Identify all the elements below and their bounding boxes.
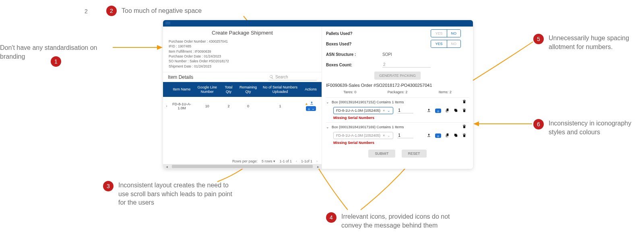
box-2-chip-clear-icon[interactable]: ×	[383, 133, 385, 137]
th-total: Total Qty	[221, 82, 236, 97]
box-2-error: Missing Serial Numbers	[326, 140, 469, 145]
annotation-2: 2 Too much of negative space	[106, 6, 202, 16]
row-asn: ASN Structure : SOPI	[326, 49, 469, 60]
box-1-copy-icon[interactable]	[445, 108, 450, 113]
cell-remain: 0	[236, 97, 260, 115]
box-1-chip-clear-icon[interactable]: ×	[383, 109, 385, 113]
upload-icon[interactable]	[310, 101, 314, 106]
box-1-body: FD-8-1U-A-1.0M (1052405) × ⌄	[326, 105, 469, 115]
asn-label: ASN Structure :	[326, 52, 382, 57]
box-2-copy-icon[interactable]	[445, 133, 450, 138]
box-2-qty-input[interactable]	[397, 133, 413, 138]
search-placeholder: Search	[275, 75, 288, 79]
app-topbar	[163, 20, 473, 27]
box-2-trash-icon[interactable]	[462, 133, 466, 138]
badge-5: 5	[533, 34, 544, 44]
so-label: SO Number :	[169, 59, 189, 63]
download-pill-caret: ⌄	[312, 107, 315, 111]
download-pill[interactable]: ⌄	[306, 106, 316, 111]
box-1: ⌄ Box (00013918419017152) Contains 1 Ite…	[326, 97, 469, 122]
boxes-count-input[interactable]	[382, 62, 431, 68]
box-1-duplicate-icon[interactable]	[454, 108, 458, 113]
ifid-label: IFID :	[169, 44, 177, 48]
scroll-left-icon[interactable]: ◂	[163, 164, 170, 169]
submit-button[interactable]: SUBMIT	[368, 150, 395, 158]
pallets-no[interactable]: NO	[447, 30, 461, 37]
box-1-upload-icon[interactable]	[427, 108, 431, 113]
th-name: Item Name	[170, 82, 193, 97]
horizontal-scrollbar[interactable]: ◂ ▸	[163, 164, 322, 169]
cell-gln: 10	[193, 97, 221, 115]
box-2-chip-caret-icon[interactable]: ⌄	[387, 133, 390, 137]
scroll-right-icon[interactable]: ▸	[314, 164, 322, 169]
box-1-item-chip[interactable]: FD-8-1U-A-1.0M (1052405) × ⌄	[333, 107, 393, 114]
cell-actions: ▲ ⌄	[300, 97, 322, 115]
boxes-toggle[interactable]: YES NO	[431, 40, 461, 48]
ship-value: 01/24/2023	[194, 64, 211, 68]
expand-row-icon[interactable]: ›	[166, 104, 167, 108]
app-window: Create Package Shipment Purchase Order N…	[163, 20, 473, 169]
pager-counter-1: 1-1 of 1	[279, 159, 292, 163]
pallets-yes[interactable]: YES	[431, 30, 446, 37]
box-2-duplicate-icon[interactable]	[454, 133, 458, 138]
box-2-download-pill[interactable]	[435, 133, 441, 138]
po-label: Purchase Order Number :	[169, 39, 208, 43]
pallets-toggle[interactable]: YES NO	[431, 29, 461, 37]
box-2-delete-icon[interactable]	[462, 124, 466, 129]
box-1-title: Box (00013918419017152) Contains 1 Items	[332, 100, 404, 104]
so-value: Sales Order #SO2018172	[190, 59, 229, 63]
footer-buttons: SUBMIT RESET	[326, 147, 469, 159]
asn-value: SOPI	[382, 52, 392, 57]
row-pallets: Pallets Used? YES NO	[326, 28, 469, 39]
box-1-chip-caret-icon[interactable]: ⌄	[387, 109, 390, 113]
reset-button[interactable]: RESET	[402, 150, 427, 158]
th-serials: No of Serial Numbers Uploaded	[260, 82, 300, 97]
podate-label: Purchase Order Date :	[169, 54, 203, 58]
boxes-label: Boxes Used?	[326, 42, 382, 46]
box-1-trash-icon[interactable]	[462, 108, 466, 113]
box-2-chip-text: FD-8-1U-A-1.0M (1052405)	[336, 133, 380, 137]
search-input-wrap[interactable]: Search	[268, 74, 317, 80]
box-2: ⌄ Box (00013918419017169) Contains 1 Ite…	[326, 122, 469, 147]
summary-tares: Tares: 0	[326, 90, 374, 94]
table-row: › FD-8-1U-A-1.0M 10 2 0 1 ▲	[163, 97, 322, 115]
summary-items: Items: 2	[421, 90, 469, 94]
bundle-title: IF0090639-Sales Order #SO2018172-PO43002…	[326, 82, 469, 89]
box-1-qty-input[interactable]	[397, 108, 413, 113]
box-1-download-pill[interactable]	[435, 109, 441, 113]
annotation-4: 4 Irrelevant icons, provided icons do no…	[326, 212, 454, 230]
annotation-2-text: Too much of negative space	[122, 6, 202, 15]
boxes-yes[interactable]: YES	[431, 40, 447, 47]
item-details-header: Item Details Search	[163, 72, 322, 82]
ship-label: Shipment Date :	[169, 64, 193, 68]
warning-icon[interactable]: ▲	[305, 102, 308, 106]
hamburger-icon[interactable]	[165, 22, 170, 25]
annotation-6: 6 Inconsistency in iconography styles an…	[533, 119, 644, 136]
box-1-chip-text: FD-8-1U-A-1.0M (1052405)	[336, 109, 380, 113]
box-2-title: Box (00013918419017169) Contains 1 Items	[332, 125, 404, 129]
th-gln: Google Line Number	[193, 82, 221, 97]
cell-total: 2	[221, 97, 236, 115]
meta-block: Purchase Order Number : 4300257041 IFID …	[163, 38, 322, 72]
pager-prev[interactable]: ‹	[296, 159, 297, 163]
pager-next[interactable]: ›	[316, 159, 318, 163]
box-2-chevron-icon[interactable]: ⌄	[326, 125, 329, 129]
scroll-thumb[interactable]	[172, 165, 313, 168]
right-pane: Pallets Used? YES NO Boxes Used? YES NO …	[322, 27, 473, 169]
box-2-body: FD-8-1U-A-1.0M (1052405) × ⌄	[326, 129, 469, 140]
box-1-header: ⌄ Box (00013918419017152) Contains 1 Ite…	[326, 99, 469, 105]
annotation-4-text: Irrelevant icons, provided icons do not …	[341, 212, 454, 230]
pallets-label: Pallets Used?	[326, 31, 382, 36]
po-value: 4300257041	[209, 39, 228, 43]
box-1-chevron-icon[interactable]: ⌄	[326, 100, 329, 104]
box-1-delete-icon[interactable]	[462, 99, 466, 105]
left-pane: Create Package Shipment Purchase Order N…	[163, 27, 322, 169]
badge-6: 6	[533, 119, 544, 129]
boxes-no[interactable]: NO	[447, 40, 461, 47]
annotation-3: 3 Inconsistent layout creates the need t…	[103, 181, 235, 207]
rows-per-page-select[interactable]: 5 rows ▾	[262, 159, 276, 163]
badge-1: 1	[51, 56, 61, 67]
generate-packing-button[interactable]: GENERATE PACKING	[374, 72, 421, 80]
box-2-upload-icon[interactable]	[427, 133, 431, 138]
box-2-item-chip[interactable]: FD-8-1U-A-1.0M (1052405) × ⌄	[333, 132, 393, 139]
